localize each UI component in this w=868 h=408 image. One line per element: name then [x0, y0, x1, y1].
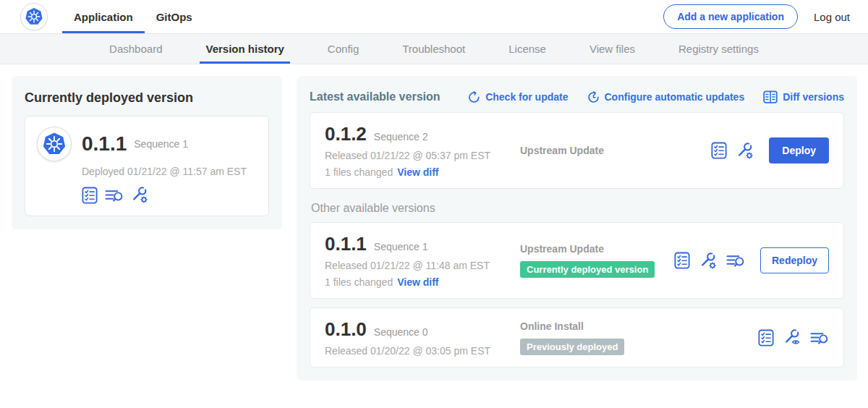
wrench-eye-icon[interactable] — [783, 328, 801, 347]
kubernetes-logo — [20, 3, 48, 30]
released-timestamp: Released 01/20/22 @ 03:05 pm EST — [325, 345, 511, 357]
version-source-label: Upstream Update — [520, 243, 674, 255]
previously-deployed-badge: Previously deployed — [520, 339, 624, 355]
checklist-icon[interactable] — [674, 252, 690, 269]
check-for-update-link[interactable]: Check for update — [468, 91, 568, 103]
checklist-icon[interactable] — [711, 142, 727, 159]
view-diff-link[interactable]: View diff — [397, 166, 438, 178]
version-row-0-1-1: 0.1.1 Sequence 1 Released 01/21/22 @ 11:… — [310, 222, 844, 299]
logout-button[interactable]: Log out — [814, 11, 850, 23]
subnav-dashboard[interactable]: Dashboard — [103, 34, 168, 64]
currently-deployed-card: Currently deployed version 0.1.1 Sequenc… — [12, 76, 282, 229]
checklist-icon[interactable] — [758, 329, 774, 347]
version-source-label: Upstream Update — [520, 145, 711, 156]
sequence-label: Sequence 0 — [374, 326, 428, 338]
subnav-version-history[interactable]: Version history — [200, 34, 289, 64]
subnav-config[interactable]: Config — [322, 34, 365, 64]
version-history-panel: Latest available version Check for updat… — [297, 76, 857, 381]
clock-refresh-icon — [587, 91, 600, 103]
version-number: 0.1.2 — [325, 123, 367, 145]
other-versions-title: Other available versions — [311, 202, 844, 215]
diff-versions-link[interactable]: Diff versions — [763, 90, 844, 103]
sequence-label: Sequence 2 — [374, 131, 428, 143]
version-row-0-1-0: 0.1.0 Sequence 0 Released 01/20/22 @ 03:… — [310, 307, 844, 367]
top-header: Application GitOps Add a new application… — [0, 0, 868, 34]
version-number: 0.1.0 — [325, 318, 367, 341]
deployed-sequence-label: Sequence 1 — [134, 138, 188, 150]
wrench-gear-icon[interactable] — [131, 186, 148, 204]
app-subnav: Dashboard Version history Config Trouble… — [0, 34, 868, 64]
version-source-label: Online Install — [520, 320, 758, 332]
app-logo — [37, 127, 72, 161]
subnav-troubleshoot[interactable]: Troubleshoot — [396, 34, 471, 64]
view-diff-link[interactable]: View diff — [397, 276, 438, 288]
lines-magnifier-icon[interactable] — [105, 187, 124, 203]
files-changed-label: 1 files changed — [325, 276, 393, 288]
configure-automatic-updates-link[interactable]: Configure automatic updates — [587, 91, 745, 103]
subnav-registry-settings[interactable]: Registry settings — [673, 34, 765, 64]
tab-gitops[interactable]: GitOps — [145, 0, 204, 33]
subnav-view-files[interactable]: View files — [584, 34, 641, 64]
redeploy-button[interactable]: Redeploy — [760, 247, 829, 273]
main-content: Currently deployed version 0.1.1 Sequenc… — [0, 64, 868, 381]
tab-application[interactable]: Application — [62, 0, 145, 33]
header-tabs: Application GitOps — [62, 0, 663, 33]
lines-magnifier-icon[interactable] — [810, 330, 829, 346]
released-timestamp: Released 01/21/22 @ 05:37 pm EST — [325, 150, 511, 161]
add-application-button[interactable]: Add a new application — [663, 4, 798, 29]
diff-columns-icon — [763, 90, 778, 103]
deployed-timestamp: Deployed 01/21/22 @ 11:57 am EST — [82, 166, 257, 177]
lines-magnifier-icon[interactable] — [726, 252, 745, 268]
deploy-button[interactable]: Deploy — [769, 137, 829, 163]
wrench-gear-icon[interactable] — [699, 252, 717, 270]
checklist-icon[interactable] — [82, 187, 98, 204]
currently-deployed-badge: Currently deployed version — [520, 261, 655, 278]
version-number: 0.1.1 — [325, 233, 367, 255]
deployed-version-card: 0.1.1 Sequence 1 Deployed 01/21/22 @ 11:… — [25, 116, 269, 216]
subnav-license[interactable]: License — [503, 34, 552, 64]
wrench-gear-icon[interactable] — [736, 142, 754, 160]
deployed-version-number: 0.1.1 — [82, 132, 127, 156]
sequence-label: Sequence 1 — [374, 241, 428, 252]
files-changed-label: 1 files changed — [325, 166, 393, 178]
deployed-card-title: Currently deployed version — [25, 90, 269, 106]
latest-version-title: Latest available version — [310, 90, 441, 103]
released-timestamp: Released 01/21/22 @ 11:48 am EST — [325, 260, 511, 271]
version-row-0-1-2: 0.1.2 Sequence 2 Released 01/21/22 @ 05:… — [310, 112, 844, 189]
refresh-icon — [468, 91, 480, 103]
